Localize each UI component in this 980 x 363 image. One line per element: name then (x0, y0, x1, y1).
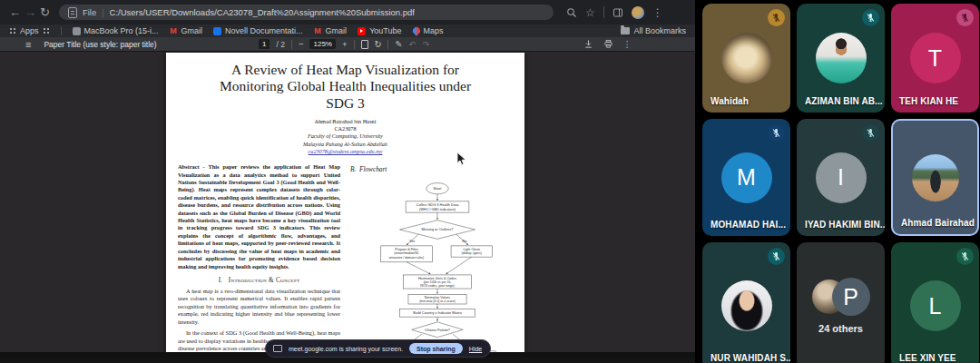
browser-toolbar: ← → ↻ File | C:/Users/USER/Downloads/CA2… (0, 0, 695, 25)
url-scheme-label: File (83, 7, 96, 17)
participant-tile-lee[interactable]: L LEE XIN YEE (891, 242, 979, 363)
folder-icon (621, 27, 630, 34)
mic-muted-icon (956, 248, 974, 265)
participant-name: MOHAMAD HAI... (710, 220, 786, 230)
apps-shortcut[interactable]: Apps (9, 26, 50, 35)
pdf-document-title: Paper Title (use style: paper title) (44, 40, 156, 49)
reload-icon[interactable]: ↻ (40, 0, 50, 25)
zoom-out-icon[interactable]: − (299, 40, 304, 49)
svg-text:Missing or Outliers?: Missing or Outliers? (422, 228, 455, 232)
forward-icon[interactable]: → (24, 0, 36, 25)
avatar-initial: L (910, 280, 961, 331)
rotate-icon[interactable]: ↻ (375, 40, 382, 49)
share-banner-message: meet.google.com is sharing your screen. (289, 346, 403, 352)
toolbar-divider (291, 40, 292, 49)
mic-muted-icon (768, 124, 785, 142)
participant-tile-iyad[interactable]: I IYAD HAKIMI BIN... (797, 119, 885, 236)
bookmark-label: Gmail (326, 26, 348, 35)
pdf-menu-icon[interactable]: ≡ (25, 39, 31, 50)
zoom-indicator-icon[interactable] (566, 7, 577, 18)
mouse-cursor (456, 152, 466, 166)
participant-name: LEE XIN YEE (899, 353, 956, 363)
gmail-icon: M (170, 27, 178, 35)
zoom-level[interactable]: 125% (310, 39, 336, 49)
apps-grid-icon (9, 27, 16, 34)
pdf-viewport[interactable]: A Review of Heat Map Visualization for M… (0, 51, 695, 358)
svg-text:Build Country x Indicator Matr: Build Country x Indicator Matrix (413, 311, 462, 315)
flowchart-heading: B. Flowchart (350, 165, 513, 173)
side-panel-icon[interactable] (612, 7, 623, 18)
bookmark-star-icon[interactable]: ☆ (585, 7, 595, 18)
bookmarks-bar: Apps MacBook Pro (15-i... M Gmail Novell… (0, 25, 695, 37)
apps-grid-icon (43, 27, 50, 34)
toolbar-divider (354, 40, 355, 49)
toolbar-separator (603, 6, 604, 18)
hide-banner-link[interactable]: Hide (469, 346, 482, 352)
monitor-icon (73, 27, 81, 35)
svg-text:No: No (462, 239, 467, 243)
bookmark-label: YouTube (369, 26, 401, 35)
participant-tile-teh[interactable]: T TEH KIAN HE (891, 4, 979, 113)
affiliation-line: Malaysia Pahang Al-Sultan Abdullah (166, 141, 524, 148)
participant-tile-ahmad[interactable]: Ahmad Bairahad (891, 119, 979, 236)
intro-paragraph-1: A heat map is a two-dimensional data vis… (178, 288, 340, 326)
pdf-more-icon[interactable]: ⋮ (623, 40, 632, 49)
annotate-icon[interactable]: ✎ (396, 40, 403, 49)
svg-text:(dedup, types): (dedup, types) (462, 252, 482, 256)
bookmark-label: Gmail (181, 26, 203, 35)
participant-name: Ahmad Bairahad (901, 218, 975, 228)
avatar-initial: T (910, 33, 961, 83)
author-name: Ahmad Bairahad bin Husni (166, 118, 524, 125)
bookmark-item-maps[interactable]: Maps (413, 26, 444, 35)
url-divider: | (102, 8, 103, 17)
flowchart-figure: Start Collect SDG 3 Health Data (WHO / G… (377, 181, 497, 358)
group-avatar-initial: P (832, 278, 870, 316)
participant-tile-wahidah[interactable]: Wahidah (702, 4, 790, 113)
bookmark-item-gmail[interactable]: M Gmail (170, 26, 203, 35)
meet-participant-grid: Wahidah AZIMAN BIN AB... T TEH KIAN HE M… (695, 0, 980, 363)
document-page: A Review of Heat Map Visualization for M… (166, 53, 524, 358)
bookmark-item-macbook[interactable]: MacBook Pro (15-i... (73, 26, 159, 35)
participant-tile-nur-wahidah[interactable]: NUR WAHIDAH S... (702, 242, 790, 363)
novell-icon (213, 27, 221, 35)
fit-page-icon[interactable] (361, 40, 368, 49)
bookmark-label: Novell Documentati... (225, 26, 303, 35)
author-block: Ahmad Bairahad bin Husni CA23078 Faculty… (166, 118, 524, 155)
address-bar[interactable]: File | C:/Users/USER/Downloads/CA23078_D… (59, 5, 554, 20)
participant-name: AZIMAN BIN AB... (805, 96, 883, 106)
zoom-in-icon[interactable]: + (342, 40, 348, 49)
participant-tile-aziman[interactable]: AZIMAN BIN AB... (797, 4, 885, 113)
page-number-input[interactable]: 1 (259, 39, 270, 49)
all-bookmarks[interactable]: All Bookmarks (621, 26, 686, 35)
url-path: C:/Users/USER/Downloads/CA23078_Draft%20… (110, 7, 415, 17)
affiliation-line: Faculty of Computing, University (166, 132, 524, 140)
print-icon[interactable] (603, 39, 613, 49)
redo-icon[interactable]: ↷ (422, 40, 429, 49)
avatar-initial: I (816, 152, 867, 203)
svg-text:Yes: Yes (409, 239, 415, 243)
author-email-link[interactable]: ca23078@student.umpsa.edu.my (166, 148, 524, 155)
profile-avatar[interactable] (632, 6, 644, 19)
stop-sharing-button[interactable]: Stop sharing (409, 343, 463, 354)
all-bookmarks-label: All Bookmarks (633, 26, 686, 35)
undo-icon[interactable]: ↶ (408, 40, 416, 49)
mic-muted-icon (956, 9, 974, 26)
group-avatars: P (812, 278, 870, 318)
download-icon[interactable] (583, 39, 593, 49)
screen-share-banner: meet.google.com is sharing your screen. … (265, 339, 491, 358)
avatar (721, 280, 772, 331)
bookmark-item-gmail-2[interactable]: M Gmail (314, 26, 348, 35)
mic-muted-icon (768, 9, 785, 26)
apps-label: Apps (20, 26, 39, 35)
participant-name: IYAD HAKIMI BIN... (805, 220, 885, 230)
participant-tile-mohamad[interactable]: M MOHAMAD HAI... (702, 119, 790, 236)
section-title: Introduction & Concept (229, 277, 300, 284)
bookmark-item-novell[interactable]: Novell Documentati... (213, 26, 303, 35)
back-icon[interactable]: ← (9, 0, 21, 25)
participant-name: Wahidah (710, 96, 749, 106)
browser-menu-icon[interactable]: ⋮ (652, 6, 663, 19)
participant-tile-others[interactable]: P 24 others (797, 242, 885, 363)
youtube-icon (358, 27, 366, 35)
bookmark-item-youtube[interactable]: YouTube (358, 26, 401, 35)
abstract-text: Abstract - This paper reviews the applic… (178, 163, 340, 270)
